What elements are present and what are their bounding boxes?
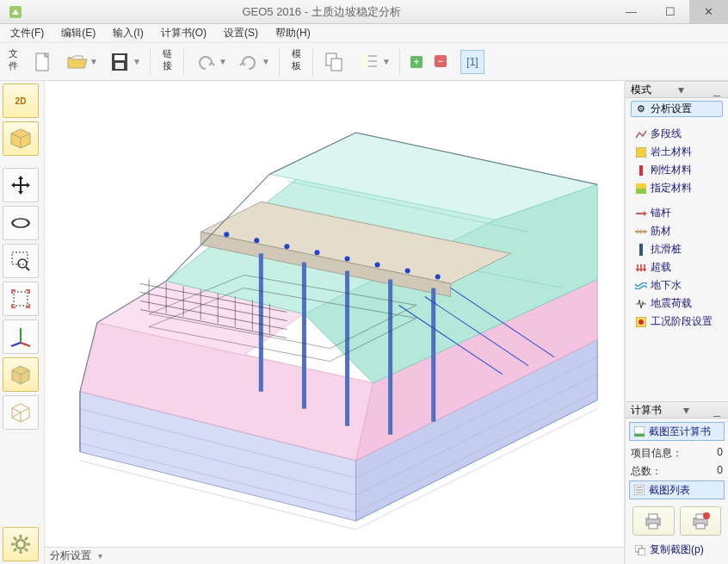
svg-line-26: [26, 267, 29, 270]
zoom-window-icon: [9, 250, 32, 272]
capture-list-button[interactable]: 截图列表: [629, 480, 725, 499]
print-button-2[interactable]: [680, 506, 722, 536]
mode-reinforcement[interactable]: 筋材: [631, 223, 723, 239]
modes-panel-header[interactable]: 模式 ▾ _: [626, 81, 728, 98]
calcbook-panel-header[interactable]: 计算书 ▾ _: [626, 401, 728, 418]
menu-file[interactable]: 文件(F): [5, 25, 49, 41]
svg-line-38: [25, 537, 28, 540]
print-button-1[interactable]: [632, 506, 675, 536]
file-label-button[interactable]: 文件: [3, 46, 22, 77]
svg-point-55: [375, 262, 380, 267]
mode-analysis-settings[interactable]: ⚙ 分析设置: [631, 101, 723, 117]
svg-rect-87: [634, 434, 645, 437]
open-file-button[interactable]: ▼: [62, 46, 100, 77]
svg-rect-94: [649, 524, 657, 529]
svg-rect-100: [639, 549, 645, 555]
svg-text:接: 接: [163, 60, 172, 71]
viewport-3d[interactable]: [45, 81, 624, 547]
mode-stage-settings[interactable]: 工况阶段设置: [631, 313, 723, 330]
maximize-button[interactable]: ☐: [651, 0, 689, 24]
wire-cube-icon: [9, 401, 32, 424]
status-section-label: 分析设置: [50, 549, 91, 563]
menu-bar: 文件(F) 编辑(E) 输入(I) 计算书(O) 设置(S) 帮助(H): [0, 24, 728, 43]
zoom-extents-icon: [9, 288, 32, 310]
mode-assign[interactable]: 指定材料: [631, 180, 723, 196]
assign-icon: [635, 183, 647, 195]
add-stage-button[interactable]: +: [407, 46, 426, 77]
stage-tab-1[interactable]: [1]: [460, 50, 484, 74]
calcbook-panel-body: 截图至计算书 项目信息： 0 总数： 0 截图列表: [626, 418, 728, 564]
mode-surcharge[interactable]: 超载: [631, 259, 723, 276]
pan-button[interactable]: [3, 168, 39, 202]
svg-rect-97: [696, 524, 705, 529]
zoom-window-button[interactable]: [3, 244, 39, 278]
svg-text:+: +: [413, 56, 419, 68]
svg-point-56: [405, 268, 410, 273]
svg-text:链: 链: [162, 48, 172, 59]
remove-stage-button[interactable]: −: [431, 46, 450, 77]
menu-calcbook[interactable]: 计算书(O): [156, 25, 212, 41]
menu-input[interactable]: 输入(I): [108, 25, 148, 41]
close-button[interactable]: ✕: [689, 0, 728, 24]
reinforcement-icon: [635, 226, 647, 238]
redo-button[interactable]: ▼: [234, 46, 272, 77]
mode-groundwater[interactable]: 地下水: [631, 277, 723, 294]
zoom-extents-button[interactable]: [3, 282, 39, 316]
new-file-button[interactable]: [28, 46, 57, 77]
svg-line-36: [14, 537, 16, 540]
capture-icon: [633, 425, 645, 437]
mode-anti-pile[interactable]: 抗滑桩: [631, 241, 723, 257]
svg-rect-86: [634, 426, 645, 434]
collapse-icon[interactable]: _: [711, 403, 723, 417]
status-dropdown-icon[interactable]: ▾: [98, 551, 102, 561]
copy-view-button[interactable]: [320, 46, 349, 77]
mode-polyline[interactable]: 多段线: [631, 126, 723, 142]
left-toolbar: 2D: [0, 81, 45, 564]
solid-view-button[interactable]: [3, 357, 39, 392]
anchor-icon: [635, 208, 647, 220]
collapse-icon[interactable]: _: [711, 83, 723, 96]
gear-settings-button[interactable]: [3, 527, 39, 561]
mode-seismic[interactable]: 地震荷载: [631, 295, 723, 312]
main-toolbar: 文件 ▼ ▼ 链接 ▼ ▼ 模板 ▼ + − [1]: [0, 43, 728, 81]
modes-header-label: 模式: [631, 83, 651, 97]
save-file-button[interactable]: ▼: [105, 46, 143, 77]
mode-soil[interactable]: 岩土材料: [631, 144, 723, 160]
view-3d-button[interactable]: [3, 121, 39, 156]
menu-settings[interactable]: 设置(S): [219, 25, 263, 41]
svg-point-52: [284, 244, 289, 249]
canvas-area: 分析设置 ▾: [45, 81, 625, 564]
template-button[interactable]: 模板: [287, 46, 305, 77]
solid-cube-icon: [9, 363, 32, 386]
minimize-button[interactable]: —: [612, 0, 651, 24]
polyline-icon: [635, 128, 647, 140]
svg-rect-93: [649, 514, 657, 519]
svg-point-54: [345, 256, 350, 261]
axes-button[interactable]: [3, 319, 39, 354]
geology-model: [45, 81, 624, 547]
svg-point-57: [435, 274, 441, 279]
dropdown-icon: ▼: [89, 57, 96, 66]
svg-point-98: [703, 512, 710, 519]
svg-rect-5: [114, 55, 125, 60]
link-manager-button[interactable]: 链接: [157, 46, 176, 77]
wireframe-view-button[interactable]: [3, 395, 39, 430]
dropdown-icon: ▼: [382, 57, 389, 66]
svg-point-51: [254, 238, 259, 243]
orbit-button[interactable]: [3, 206, 39, 240]
menu-edit[interactable]: 编辑(E): [56, 25, 101, 41]
svg-point-50: [224, 232, 229, 237]
svg-point-31: [16, 540, 25, 549]
mode-anchor[interactable]: 锚杆: [631, 205, 723, 221]
view-2d-button[interactable]: 2D: [3, 84, 39, 118]
svg-rect-74: [636, 147, 646, 158]
undo-button[interactable]: ▼: [191, 46, 229, 77]
copy-capture-button[interactable]: 复制截图(p): [629, 539, 725, 561]
menu-help[interactable]: 帮助(H): [270, 25, 316, 41]
svg-rect-14: [361, 59, 367, 63]
mode-rigid[interactable]: 刚性材料: [631, 162, 723, 178]
settings-list-button[interactable]: ▼: [355, 46, 392, 77]
svg-point-85: [639, 319, 644, 325]
svg-rect-24: [12, 252, 28, 264]
capture-to-book-button[interactable]: 截图至计算书: [629, 422, 725, 441]
